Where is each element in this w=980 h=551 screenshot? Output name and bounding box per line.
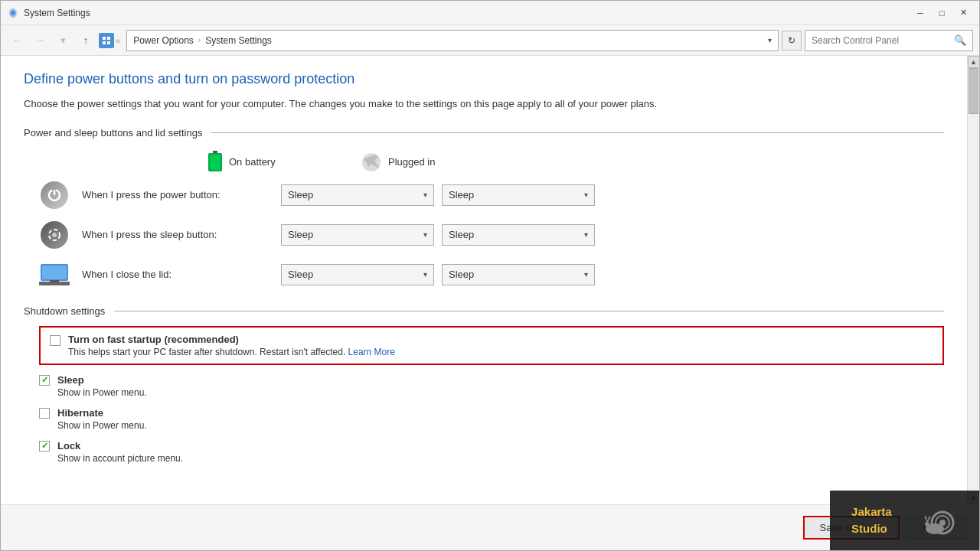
up-button[interactable]: ↑	[76, 31, 96, 51]
lid-label: When I close the lid:	[82, 269, 281, 280]
sleep-battery-dropdown[interactable]: Sleep ▾	[281, 224, 434, 246]
main-content: Define power buttons and turn on passwor…	[1, 56, 967, 504]
battery-header: On battery	[207, 151, 361, 174]
scrollbar[interactable]: ▲ ▼	[967, 56, 979, 504]
sleep-checkbox[interactable]: ✓	[39, 375, 50, 386]
svg-rect-4	[107, 41, 110, 44]
sleep-icon-circle	[41, 221, 68, 249]
address-bar: ← → ▾ ↑ « Power Options › System Setting…	[1, 25, 979, 56]
back-button[interactable]: ←	[7, 31, 27, 51]
sleep-battery-value: Sleep	[288, 229, 313, 240]
close-button[interactable]: ✕	[953, 5, 973, 21]
search-input[interactable]	[812, 35, 951, 46]
sleep-sublabel: Show in Power menu.	[57, 387, 944, 398]
hibernate-item: Hibernate Show in Power menu.	[24, 407, 944, 431]
sleep-button-label: When I press the sleep button:	[82, 229, 281, 240]
search-box[interactable]: 🔍	[805, 30, 973, 51]
svg-rect-16	[50, 280, 59, 282]
page-title: Define power buttons and turn on passwor…	[24, 71, 944, 87]
sleep-button-row: When I press the sleep button: Sleep ▾ S…	[24, 220, 944, 250]
window-title: System Settings	[24, 8, 910, 18]
section1-line	[211, 132, 944, 133]
refresh-button[interactable]: ↻	[782, 31, 802, 51]
svg-rect-7	[210, 155, 220, 170]
svg-line-23	[927, 518, 929, 522]
lid-icon	[39, 262, 70, 287]
lid-plugged-dropdown[interactable]: Sleep ▾	[442, 264, 595, 285]
window-controls: ─ □ ✕	[910, 5, 973, 21]
lock-label: Lock	[57, 440, 944, 452]
fast-startup-wrapper: Turn on fast startup (recommended) This …	[39, 326, 944, 365]
chevron-down-icon: ▾	[423, 230, 427, 239]
dropdown-icon: ▾	[60, 34, 66, 46]
hibernate-checkbox[interactable]	[39, 408, 50, 419]
power-symbol	[47, 187, 62, 203]
svg-rect-3	[103, 41, 106, 44]
minimize-button[interactable]: ─	[910, 5, 930, 21]
power-plugged-dropdown[interactable]: Sleep ▾	[442, 184, 595, 206]
breadcrumb-separator: ›	[198, 36, 201, 44]
lid-plugged-value: Sleep	[449, 269, 474, 280]
fast-startup-content: Turn on fast startup (recommended) This …	[68, 334, 395, 357]
hibernate-sublabel: Show in Power menu.	[57, 420, 944, 431]
battery-icon	[207, 151, 223, 174]
chevron-down-icon: ▾	[584, 191, 588, 199]
lid-battery-dropdown[interactable]: Sleep ▾	[281, 264, 434, 285]
watermark: Jakarta Studio	[830, 491, 979, 550]
breadcrumb-prefix: «	[116, 36, 120, 45]
restore-button[interactable]: □	[932, 5, 952, 21]
forward-button[interactable]: →	[30, 31, 50, 51]
power-battery-value: Sleep	[288, 189, 313, 201]
power-plugged-value: Sleep	[449, 189, 474, 201]
section1-title: Power and sleep buttons and lid settings	[24, 127, 202, 139]
section1-header: Power and sleep buttons and lid settings	[24, 127, 944, 139]
checkmark-icon: ✓	[41, 375, 48, 385]
scroll-thumb[interactable]	[969, 68, 978, 114]
scroll-up-arrow[interactable]: ▲	[968, 56, 980, 68]
plugged-icon	[361, 152, 382, 173]
power-row-icon	[39, 180, 70, 210]
battery-header-label: On battery	[229, 156, 276, 168]
sleep-plugged-dropdown[interactable]: Sleep ▾	[442, 224, 595, 246]
lock-checkbox[interactable]: ✓	[39, 441, 50, 452]
lock-content: Lock Show in account picture menu.	[57, 440, 944, 464]
bottom-bar: Save changes Can... Jakarta Studio	[1, 504, 979, 550]
breadcrumb-part2: System Settings	[205, 35, 272, 46]
column-headers: On battery Plugged in	[24, 151, 944, 174]
checkmark-icon: ✓	[41, 441, 48, 451]
shutdown-section-line	[114, 311, 944, 311]
sleep-plugged-value: Sleep	[449, 229, 474, 240]
lock-item: ✓ Lock Show in account picture menu.	[24, 440, 944, 464]
chevron-down-icon: ▾	[584, 230, 588, 239]
sleep-row-icon	[39, 220, 70, 250]
scroll-track	[968, 68, 979, 492]
power-icon-circle	[41, 181, 68, 209]
chevron-down-icon: ▾	[423, 270, 427, 279]
svg-point-21	[925, 522, 929, 527]
svg-rect-1	[103, 37, 106, 40]
sleep-content: Sleep Show in Power menu.	[57, 374, 944, 398]
back-icon: ←	[12, 34, 22, 46]
lock-sublabel: Show in account picture menu.	[57, 453, 944, 464]
svg-rect-5	[213, 151, 217, 153]
breadcrumb-dropdown-button[interactable]: ▾	[768, 36, 772, 44]
breadcrumb-bar[interactable]: Power Options › System Settings ▾	[126, 30, 779, 51]
shutdown-section-header: Shutdown settings	[24, 305, 944, 317]
fast-startup-highlight-box: Turn on fast startup (recommended) This …	[39, 326, 944, 365]
learn-more-link[interactable]: Learn More	[348, 347, 395, 357]
sleep-label: Sleep	[57, 374, 944, 386]
fast-startup-label: Turn on fast startup (recommended)	[68, 334, 395, 345]
lid-battery-value: Sleep	[288, 269, 313, 280]
search-icon: 🔍	[954, 34, 966, 46]
shutdown-title: Shutdown settings	[24, 305, 105, 317]
dropdown-button[interactable]: ▾	[53, 31, 73, 51]
fast-startup-sublabel: This helps start your PC faster after sh…	[68, 347, 395, 357]
svg-point-24	[924, 517, 926, 519]
hibernate-label: Hibernate	[57, 407, 944, 419]
fast-startup-checkbox[interactable]	[50, 335, 60, 346]
svg-point-25	[928, 517, 930, 519]
power-battery-dropdown[interactable]: Sleep ▾	[281, 184, 434, 206]
power-button-label: When I press the power button:	[82, 189, 281, 201]
title-bar: System Settings ─ □ ✕	[1, 1, 979, 25]
lid-row-icon	[39, 259, 70, 290]
